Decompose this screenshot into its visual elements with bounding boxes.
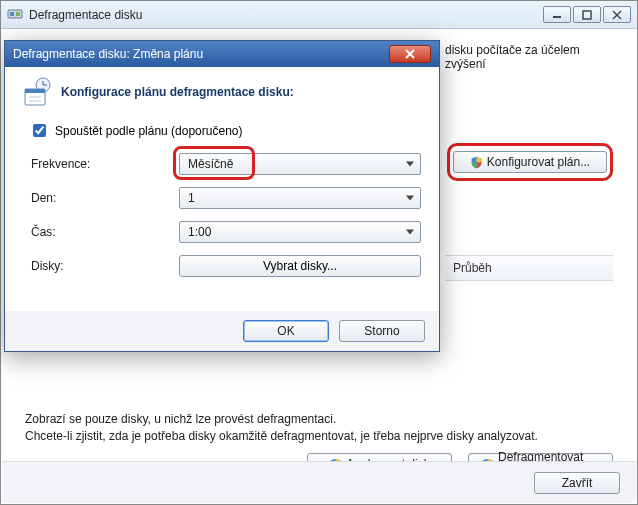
dialog-heading: Konfigurace plánu defragmentace disku: <box>61 85 294 99</box>
svg-rect-1 <box>10 12 14 16</box>
configure-plan-label: Konfigurovat plán... <box>487 155 590 169</box>
row-frequency: Frekvence: Měsíčně <box>31 153 421 175</box>
minimize-button[interactable] <box>543 6 571 23</box>
description-text: disku počítače za účelem zvýšení <box>445 43 623 71</box>
label-disks: Disky: <box>31 259 179 273</box>
dialog-titlebar[interactable]: Defragmentace disku: Změna plánu <box>5 41 439 67</box>
ok-label: OK <box>277 324 294 338</box>
time-select[interactable]: 1:00 <box>179 221 421 243</box>
schedule-dialog: Defragmentace disku: Změna plánu Konfigu… <box>4 40 440 352</box>
window-buttons <box>543 6 631 23</box>
chevron-down-icon <box>406 230 414 235</box>
chevron-down-icon <box>406 196 414 201</box>
run-on-schedule-checkbox[interactable] <box>33 124 46 137</box>
day-value: 1 <box>188 191 195 205</box>
close-main-button[interactable]: Zavřít <box>534 472 620 494</box>
svg-rect-4 <box>583 11 591 19</box>
close-button[interactable] <box>603 6 631 23</box>
svg-rect-13 <box>25 89 45 93</box>
row-time: Čas: 1:00 <box>31 221 421 243</box>
chevron-down-icon <box>406 162 414 167</box>
main-title: Defragmentace disku <box>29 8 142 22</box>
col-progress: Průběh <box>453 261 492 275</box>
table-header: Průběh <box>445 255 613 281</box>
ok-button[interactable]: OK <box>243 320 329 342</box>
label-frequency: Frekvence: <box>31 157 179 171</box>
select-disks-label: Vybrat disky... <box>263 259 337 273</box>
shield-icon <box>470 156 483 169</box>
cancel-label: Storno <box>364 324 399 338</box>
highlight-config-plan: Konfigurovat plán... <box>447 143 613 181</box>
label-time: Čas: <box>31 225 179 239</box>
note-line-2: Chcete-li zjistit, zda je potřeba disky … <box>25 428 613 445</box>
dialog-title: Defragmentace disku: Změna plánu <box>13 47 203 61</box>
main-titlebar[interactable]: Defragmentace disku <box>1 1 637 29</box>
cancel-button[interactable]: Storno <box>339 320 425 342</box>
footer-bar: Zavřít <box>2 461 636 503</box>
time-value: 1:00 <box>188 225 211 239</box>
dialog-close-button[interactable] <box>389 45 431 63</box>
select-disks-button[interactable]: Vybrat disky... <box>179 255 421 277</box>
dialog-body: Konfigurace plánu defragmentace disku: S… <box>5 67 439 351</box>
frequency-select[interactable]: Měsíčně <box>179 153 421 175</box>
label-day: Den: <box>31 191 179 205</box>
dialog-footer: OK Storno <box>5 311 439 351</box>
svg-rect-2 <box>16 12 20 16</box>
frequency-value: Měsíčně <box>188 157 233 171</box>
note-line-1: Zobrazí se pouze disky, u nichž lze prov… <box>25 411 613 428</box>
close-main-label: Zavřít <box>562 476 593 490</box>
row-day: Den: 1 <box>31 187 421 209</box>
day-select[interactable]: 1 <box>179 187 421 209</box>
maximize-button[interactable] <box>573 6 601 23</box>
bottom-note: Zobrazí se pouze disky, u nichž lze prov… <box>25 411 613 445</box>
configure-plan-button[interactable]: Konfigurovat plán... <box>453 151 607 173</box>
row-disks: Disky: Vybrat disky... <box>31 255 421 277</box>
schedule-checkbox-row: Spouštět podle plánu (doporučeno) <box>29 121 242 140</box>
run-on-schedule-label: Spouštět podle plánu (doporučeno) <box>55 124 242 138</box>
defrag-icon <box>7 5 23 24</box>
schedule-icon <box>23 77 53 110</box>
